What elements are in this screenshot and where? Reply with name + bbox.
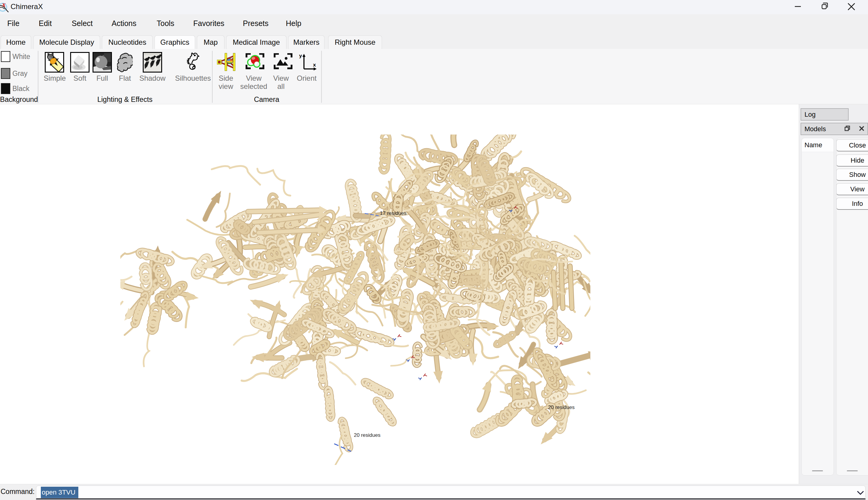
svg-text:x: x: [2, 1, 6, 8]
svg-text:x: x: [313, 62, 316, 68]
svg-text:y: y: [299, 53, 302, 59]
